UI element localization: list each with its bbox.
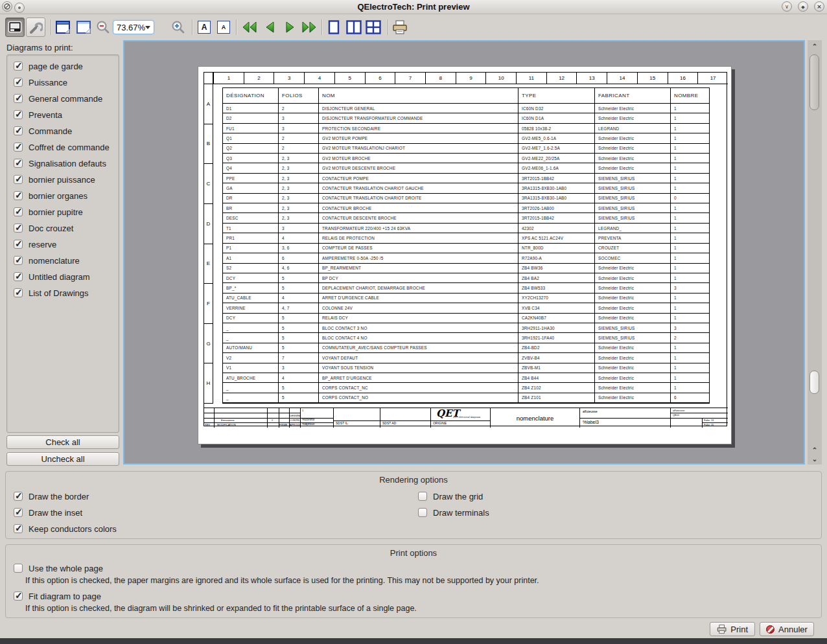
diagram-label: Puissance: [29, 78, 67, 87]
diagram-list-item[interactable]: Doc crouzet: [14, 222, 73, 235]
header-nombre: NOMBRE: [671, 88, 710, 103]
uncheck-all-button[interactable]: Uncheck all: [6, 452, 119, 466]
previous-page-button[interactable]: [261, 17, 280, 37]
first-page-button[interactable]: [240, 17, 259, 37]
title-bar[interactable]: QElectroTech: Print preview ∨ ◆ ×: [0, 0, 827, 14]
printer-icon: [392, 20, 408, 34]
diagram-list-item[interactable]: Puissance: [14, 76, 67, 89]
header-nom: NOM: [319, 88, 518, 103]
diagram-checkbox[interactable]: [14, 175, 23, 184]
zoom-level-combobox[interactable]: 73.67%: [113, 20, 154, 34]
diagram-list-item[interactable]: Untitled diagram: [14, 270, 90, 283]
diagram-checkbox[interactable]: [14, 159, 23, 168]
diagram-checkbox[interactable]: [14, 143, 23, 152]
portrait-page-icon: [76, 19, 91, 35]
diagram-checkbox[interactable]: [14, 256, 23, 265]
single-page-view-button[interactable]: [325, 17, 342, 37]
diagram-list-item[interactable]: General commande: [14, 92, 102, 105]
minimize-button[interactable]: ∨: [782, 1, 792, 12]
landscape-page-icon: [55, 19, 71, 35]
next-page-button[interactable]: [280, 17, 299, 37]
column-number: 2: [244, 73, 274, 84]
rendering-option[interactable]: Draw the border: [14, 490, 89, 503]
option-checkbox[interactable]: [14, 592, 23, 601]
print-preview-icon: [8, 21, 22, 34]
diagram-checkbox[interactable]: [14, 78, 23, 87]
preview-area[interactable]: 1 2 3 4 5 6 7 8: [123, 40, 805, 465]
print-option[interactable]: Fit diagram to page: [14, 590, 101, 603]
table-row: S2 4, 6 BP_REARMEMENT ZB4 BW36 Schneider…: [223, 264, 709, 273]
option-checkbox[interactable]: [418, 492, 427, 501]
maximize-button[interactable]: ◆: [798, 1, 808, 12]
zoom-out-button[interactable]: [95, 17, 111, 37]
option-checkbox[interactable]: [14, 508, 23, 517]
print-button[interactable]: Print: [710, 622, 755, 636]
option-checkbox[interactable]: [418, 508, 427, 517]
table-row: PR1 4 RELAIS DE PROTECTION XPS AC 5121 A…: [223, 233, 709, 243]
diagram-list-item[interactable]: Signalisation defauts: [14, 157, 106, 170]
option-checkbox[interactable]: [14, 564, 23, 573]
rendering-option[interactable]: Draw the grid: [418, 490, 483, 503]
drawing-frame: 1 2 3 4 5 6 7 8: [204, 72, 727, 426]
rendering-option[interactable]: Draw the inset: [14, 506, 82, 519]
fit-page-button[interactable]: A: [196, 17, 213, 37]
rendering-option[interactable]: Keep conductors colors: [14, 522, 117, 535]
row-letter: D: [204, 204, 213, 244]
diagram-list-item[interactable]: Preventa: [14, 108, 62, 121]
table-row: _ 5 CORPS CONTACT_NC ZB4 Z102 Schneider …: [223, 383, 709, 393]
diagram-checkbox[interactable]: [14, 272, 23, 281]
diagram-checkbox[interactable]: [14, 240, 23, 249]
cancel-button[interactable]: Annuler: [760, 622, 814, 636]
diagram-checkbox[interactable]: [14, 191, 23, 200]
preview-mode-button[interactable]: [5, 17, 25, 37]
diagram-label: Preventa: [29, 110, 62, 120]
diagram-checkbox[interactable]: [14, 110, 23, 119]
diagram-checkbox[interactable]: [14, 207, 23, 216]
facing-pages-view-button[interactable]: [345, 17, 363, 37]
diagram-list-item[interactable]: List of Drawings: [14, 286, 88, 299]
preview-sheet: 1 2 3 4 5 6 7 8: [198, 66, 732, 444]
diagram-checkbox[interactable]: [14, 288, 23, 297]
diagram-list-item[interactable]: bornier puissance: [14, 173, 95, 186]
diagram-checkbox[interactable]: [14, 224, 23, 233]
table-row: DCY 5 RELAIS DCY CA2KN40B7 Schneider Ele…: [223, 314, 709, 323]
option-checkbox[interactable]: [14, 524, 23, 533]
diagram-checkbox[interactable]: [14, 62, 23, 71]
landscape-orientation-button[interactable]: [53, 17, 73, 37]
table-row: Q4 2, 3 GV2 MOTEUR DESCENTE BROCHE GV2-M…: [223, 163, 709, 173]
print-option[interactable]: Use the whole page: [14, 562, 103, 575]
diagram-list-item[interactable]: Coffret de commande: [14, 141, 110, 154]
zoom-out-icon: [96, 20, 110, 34]
diagram-list-item[interactable]: reserve: [14, 238, 56, 251]
last-page-button[interactable]: [299, 17, 319, 37]
diagram-list-item[interactable]: nomenclature: [14, 254, 80, 267]
table-row: P1 3, 6 COMPTEUR DE PASSES NTR_800D CROU…: [223, 244, 709, 253]
diagram-checkbox[interactable]: [14, 126, 23, 135]
column-number: 9: [456, 73, 486, 84]
table-row: ATU_CABLE 4 ARRET D'URGENCE CABLE XY2CH1…: [223, 293, 709, 303]
scrollbar-handle[interactable]: [810, 371, 819, 394]
grid-pages-view-button[interactable]: [364, 17, 382, 37]
portrait-orientation-button[interactable]: [74, 17, 93, 37]
table-row: Q1 2 GV2 MOTEUR POMPE GV2-ME5_0.6-1A Sch…: [223, 133, 709, 143]
print-toolbar-button[interactable]: [390, 17, 410, 37]
diagram-list-item[interactable]: page de garde: [14, 60, 83, 73]
page-setup-button[interactable]: [26, 17, 45, 37]
scroll-down-icon[interactable]: ⌄: [810, 454, 820, 463]
table-row: D2 3 DISJONCTEUR TRANSFORMATEUR COMMANDE…: [223, 113, 709, 123]
preview-vertical-scrollbar[interactable]: ⌃ ⌃ ⌄: [808, 40, 822, 465]
fit-width-button[interactable]: A: [215, 17, 232, 37]
rendering-option[interactable]: Draw terminals: [418, 506, 489, 519]
scroll-up-icon[interactable]: ⌃: [810, 41, 820, 51]
zoom-in-button[interactable]: [170, 17, 187, 37]
diagram-list-item[interactable]: bornier organes: [14, 189, 87, 202]
check-all-button[interactable]: Check all: [6, 435, 119, 449]
scroll-up-icon-bottom[interactable]: ⌃: [810, 445, 820, 454]
diagram-list-item[interactable]: Commande: [14, 124, 72, 137]
option-checkbox[interactable]: [14, 492, 23, 501]
diagram-list-item[interactable]: bornier pupitre: [14, 205, 83, 218]
table-row: BP_* 5 DEPLACEMENT CHARIOT, DEMARRAGE BR…: [223, 283, 709, 293]
diagram-checkbox[interactable]: [14, 94, 23, 103]
close-button[interactable]: ×: [814, 1, 824, 12]
scrollbar-thumb[interactable]: [810, 54, 819, 110]
